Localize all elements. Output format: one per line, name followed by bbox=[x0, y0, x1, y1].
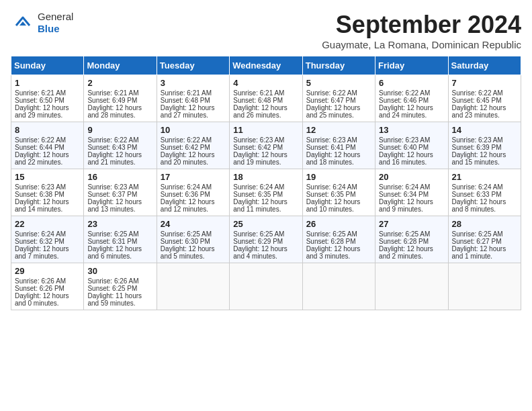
calendar-cell: 2 Sunrise: 6:21 AM Sunset: 6:49 PM Dayli… bbox=[84, 75, 157, 122]
subtitle: Guaymate, La Romana, Dominican Republic bbox=[322, 39, 521, 50]
daylight-label: Daylight: 12 hours and 12 minutes. bbox=[161, 198, 215, 213]
sunrise-label: Sunrise: 6:25 AM bbox=[379, 230, 430, 238]
sunrise-label: Sunrise: 6:25 AM bbox=[87, 230, 138, 238]
calendar-cell: 25 Sunrise: 6:25 AM Sunset: 6:29 PM Dayl… bbox=[230, 216, 302, 263]
week-row-4: 22 Sunrise: 6:24 AM Sunset: 6:32 PM Dayl… bbox=[11, 216, 521, 263]
weekday-header-thursday: Thursday bbox=[302, 56, 375, 75]
calendar: SundayMondayTuesdayWednesdayThursdayFrid… bbox=[11, 56, 521, 310]
day-number: 22 bbox=[15, 219, 80, 229]
weekday-header-sunday: Sunday bbox=[11, 56, 84, 75]
weekday-header-monday: Monday bbox=[84, 56, 157, 75]
day-number: 5 bbox=[306, 78, 371, 88]
day-number: 10 bbox=[161, 125, 226, 135]
daylight-label: Daylight: 12 hours and 11 minutes. bbox=[233, 198, 287, 213]
day-number: 9 bbox=[87, 125, 152, 135]
sunset-label: Sunset: 6:42 PM bbox=[161, 144, 210, 151]
week-row-3: 15 Sunrise: 6:23 AM Sunset: 6:38 PM Dayl… bbox=[11, 169, 521, 216]
daylight-label: Daylight: 12 hours and 13 minutes. bbox=[87, 198, 142, 213]
sunset-label: Sunset: 6:28 PM bbox=[306, 238, 356, 245]
daylight-label: Daylight: 12 hours and 15 minutes. bbox=[452, 151, 506, 166]
daylight-label: Daylight: 12 hours and 22 minutes. bbox=[15, 151, 69, 166]
calendar-cell: 22 Sunrise: 6:24 AM Sunset: 6:32 PM Dayl… bbox=[11, 216, 84, 263]
sunrise-label: Sunrise: 6:24 AM bbox=[452, 183, 503, 191]
day-number: 13 bbox=[379, 125, 444, 135]
daylight-label: Daylight: 12 hours and 27 minutes. bbox=[161, 104, 215, 119]
sunrise-label: Sunrise: 6:22 AM bbox=[306, 89, 357, 97]
day-number: 16 bbox=[87, 172, 152, 182]
day-number: 14 bbox=[452, 125, 517, 135]
calendar-cell bbox=[157, 263, 229, 310]
sunrise-label: Sunrise: 6:23 AM bbox=[306, 136, 357, 144]
calendar-cell: 30 Sunrise: 6:26 AM Sunset: 6:25 PM Dayl… bbox=[84, 263, 157, 310]
logo-general-text: General Blue bbox=[38, 11, 73, 35]
daylight-label: Daylight: 12 hours and 4 minutes. bbox=[233, 245, 287, 260]
sunrise-label: Sunrise: 6:23 AM bbox=[15, 183, 66, 191]
daylight-label: Daylight: 12 hours and 19 minutes. bbox=[233, 151, 287, 166]
sunrise-label: Sunrise: 6:25 AM bbox=[306, 230, 357, 238]
day-number: 15 bbox=[15, 172, 80, 182]
calendar-cell: 16 Sunrise: 6:23 AM Sunset: 6:37 PM Dayl… bbox=[84, 169, 157, 216]
sunset-label: Sunset: 6:35 PM bbox=[233, 191, 283, 198]
sunset-label: Sunset: 6:26 PM bbox=[15, 285, 64, 292]
day-number: 24 bbox=[161, 219, 226, 229]
sunrise-label: Sunrise: 6:25 AM bbox=[161, 230, 212, 238]
sunrise-label: Sunrise: 6:24 AM bbox=[379, 183, 430, 191]
calendar-cell: 14 Sunrise: 6:23 AM Sunset: 6:39 PM Dayl… bbox=[448, 122, 521, 169]
week-row-5: 29 Sunrise: 6:26 AM Sunset: 6:26 PM Dayl… bbox=[11, 263, 521, 310]
sunrise-label: Sunrise: 6:25 AM bbox=[452, 230, 503, 238]
sunrise-label: Sunrise: 6:22 AM bbox=[379, 89, 430, 97]
day-number: 3 bbox=[161, 78, 226, 88]
calendar-cell: 12 Sunrise: 6:23 AM Sunset: 6:41 PM Dayl… bbox=[302, 122, 375, 169]
weekday-header-tuesday: Tuesday bbox=[157, 56, 229, 75]
calendar-cell: 24 Sunrise: 6:25 AM Sunset: 6:30 PM Dayl… bbox=[157, 216, 229, 263]
daylight-label: Daylight: 12 hours and 24 minutes. bbox=[379, 104, 433, 119]
day-number: 27 bbox=[379, 219, 444, 229]
day-number: 4 bbox=[233, 78, 298, 88]
calendar-cell: 17 Sunrise: 6:24 AM Sunset: 6:36 PM Dayl… bbox=[157, 169, 229, 216]
day-number: 8 bbox=[15, 125, 80, 135]
sunset-label: Sunset: 6:28 PM bbox=[379, 238, 429, 245]
calendar-cell: 4 Sunrise: 6:21 AM Sunset: 6:48 PM Dayli… bbox=[230, 75, 302, 122]
sunset-label: Sunset: 6:33 PM bbox=[452, 191, 502, 198]
sunrise-label: Sunrise: 6:22 AM bbox=[87, 136, 138, 144]
calendar-cell: 11 Sunrise: 6:23 AM Sunset: 6:42 PM Dayl… bbox=[230, 122, 302, 169]
day-number: 2 bbox=[87, 78, 152, 88]
weekday-header-row: SundayMondayTuesdayWednesdayThursdayFrid… bbox=[11, 56, 521, 75]
daylight-label: Daylight: 12 hours and 20 minutes. bbox=[161, 151, 215, 166]
sunrise-label: Sunrise: 6:21 AM bbox=[15, 89, 66, 97]
day-number: 6 bbox=[379, 78, 444, 88]
daylight-label: Daylight: 12 hours and 3 minutes. bbox=[306, 245, 361, 260]
sunset-label: Sunset: 6:46 PM bbox=[379, 97, 429, 104]
daylight-label: Daylight: 11 hours and 59 minutes. bbox=[87, 292, 142, 307]
sunset-label: Sunset: 6:48 PM bbox=[233, 97, 283, 104]
sunset-label: Sunset: 6:49 PM bbox=[87, 97, 137, 104]
calendar-cell: 23 Sunrise: 6:25 AM Sunset: 6:31 PM Dayl… bbox=[84, 216, 157, 263]
sunrise-label: Sunrise: 6:22 AM bbox=[161, 136, 212, 144]
sunset-label: Sunset: 6:32 PM bbox=[15, 238, 64, 245]
sunrise-label: Sunrise: 6:26 AM bbox=[87, 277, 138, 285]
day-number: 17 bbox=[161, 172, 226, 182]
daylight-label: Daylight: 12 hours and 18 minutes. bbox=[306, 151, 361, 166]
day-number: 11 bbox=[233, 125, 298, 135]
sunrise-label: Sunrise: 6:23 AM bbox=[379, 136, 430, 144]
calendar-cell: 26 Sunrise: 6:25 AM Sunset: 6:28 PM Dayl… bbox=[302, 216, 375, 263]
sunset-label: Sunset: 6:44 PM bbox=[15, 144, 64, 151]
calendar-cell: 15 Sunrise: 6:23 AM Sunset: 6:38 PM Dayl… bbox=[11, 169, 84, 216]
sunrise-label: Sunrise: 6:22 AM bbox=[15, 136, 66, 144]
month-title: September 2024 bbox=[322, 11, 521, 39]
weekday-header-saturday: Saturday bbox=[448, 56, 521, 75]
daylight-label: Daylight: 12 hours and 9 minutes. bbox=[379, 198, 433, 213]
daylight-label: Daylight: 12 hours and 16 minutes. bbox=[379, 151, 433, 166]
sunrise-label: Sunrise: 6:23 AM bbox=[233, 136, 284, 144]
day-number: 26 bbox=[306, 219, 371, 229]
calendar-cell bbox=[230, 263, 302, 310]
day-number: 19 bbox=[306, 172, 371, 182]
calendar-cell bbox=[302, 263, 375, 310]
logo: General Blue bbox=[11, 11, 73, 35]
calendar-cell: 7 Sunrise: 6:22 AM Sunset: 6:45 PM Dayli… bbox=[448, 75, 521, 122]
daylight-label: Daylight: 12 hours and 14 minutes. bbox=[15, 198, 69, 213]
sunrise-label: Sunrise: 6:24 AM bbox=[161, 183, 212, 191]
day-number: 23 bbox=[87, 219, 152, 229]
sunset-label: Sunset: 6:25 PM bbox=[87, 285, 137, 292]
sunset-label: Sunset: 6:40 PM bbox=[379, 144, 429, 151]
